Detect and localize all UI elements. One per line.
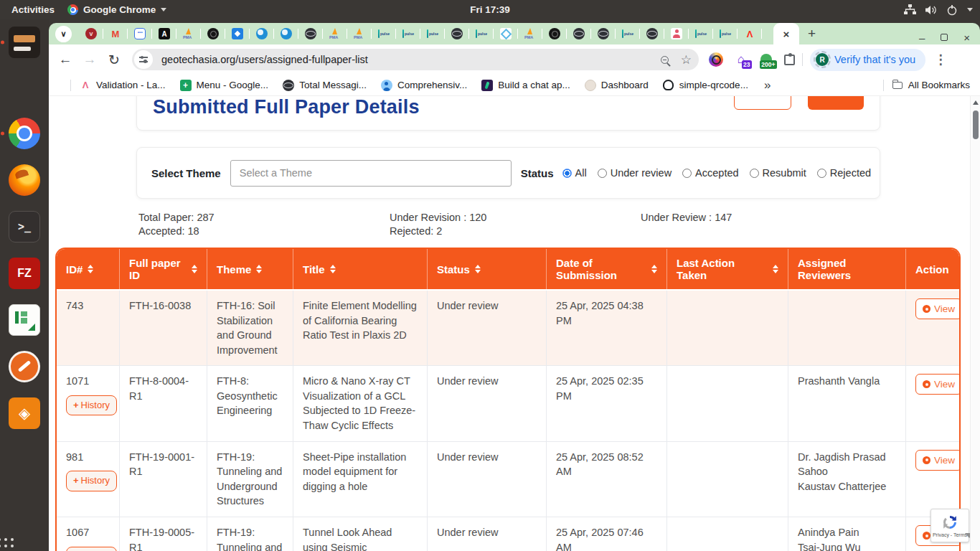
pinned-tab[interactable] bbox=[494, 28, 518, 39]
drawio-app-icon[interactable] bbox=[6, 395, 43, 432]
pinned-tab[interactable] bbox=[518, 28, 542, 39]
pinned-tab[interactable] bbox=[738, 28, 762, 39]
power-icon[interactable] bbox=[946, 4, 958, 16]
bookmark-star-icon[interactable]: ☆ bbox=[681, 52, 692, 67]
volume-icon[interactable] bbox=[925, 5, 937, 15]
sort-icon[interactable] bbox=[475, 265, 481, 274]
scrollbar-thumb[interactable] bbox=[973, 110, 979, 139]
zoom-level-icon[interactable] bbox=[661, 56, 669, 64]
sort-icon[interactable] bbox=[88, 265, 93, 274]
bookmarks-overflow-button[interactable]: » bbox=[764, 78, 771, 93]
radio-icon[interactable] bbox=[682, 169, 692, 178]
network-icon[interactable] bbox=[904, 4, 916, 15]
pinned-tab[interactable] bbox=[445, 28, 469, 39]
forward-button[interactable]: → bbox=[77, 52, 102, 67]
pinned-tab[interactable] bbox=[79, 28, 103, 39]
active-tab[interactable]: × bbox=[773, 23, 799, 44]
bookmark-item[interactable]: Comprehensiv... bbox=[381, 80, 467, 91]
sort-icon[interactable] bbox=[773, 265, 778, 274]
sort-icon[interactable] bbox=[651, 265, 657, 274]
address-bar[interactable]: geotechasia.org/users/assigned-fullpaper… bbox=[132, 49, 699, 70]
media-app-icon[interactable] bbox=[6, 24, 43, 61]
tab-search-chevron-button[interactable]: ∨ bbox=[55, 26, 72, 42]
pinned-tab[interactable] bbox=[103, 28, 128, 39]
filezilla-app-icon[interactable] bbox=[6, 255, 43, 292]
table-header-cell[interactable]: Theme bbox=[207, 249, 293, 289]
bookmark-item[interactable]: Validation - La... bbox=[80, 80, 166, 91]
sort-icon[interactable] bbox=[256, 265, 262, 274]
pinned-tab[interactable] bbox=[713, 28, 738, 39]
status-radio-option[interactable]: Accepted bbox=[682, 167, 738, 179]
table-header-cell[interactable]: Action bbox=[906, 249, 959, 289]
table-header-cell[interactable]: Assigned Reviewers bbox=[788, 249, 906, 289]
radio-icon[interactable] bbox=[562, 169, 572, 178]
bookmark-item[interactable]: Menu - Google... bbox=[180, 80, 269, 91]
pinned-tab[interactable] bbox=[372, 28, 396, 39]
bookmark-item[interactable]: Total Messagi... bbox=[283, 80, 367, 91]
pinned-tab[interactable] bbox=[250, 28, 274, 39]
pinned-tab[interactable] bbox=[664, 28, 689, 39]
pinned-tab[interactable] bbox=[347, 28, 372, 39]
firefox-app-icon[interactable] bbox=[6, 161, 43, 199]
close-tab-icon[interactable]: × bbox=[783, 28, 790, 40]
recaptcha-badge[interactable]: Privacy - Terms bbox=[930, 509, 969, 542]
pinned-tab[interactable] bbox=[298, 28, 323, 39]
pinned-tab[interactable] bbox=[396, 28, 420, 39]
radio-icon[interactable] bbox=[817, 169, 826, 178]
status-radio-option[interactable]: Under review bbox=[598, 167, 672, 179]
radio-icon[interactable] bbox=[598, 169, 607, 178]
recaptcha-terms[interactable]: Privacy - Terms bbox=[933, 532, 967, 537]
bookmark-item[interactable]: Build a chat ap... bbox=[481, 80, 570, 91]
table-header-cell[interactable]: Last Action Taken bbox=[667, 249, 788, 289]
pinned-tab[interactable] bbox=[128, 28, 152, 39]
theme-select[interactable]: Select a Theme bbox=[230, 160, 512, 187]
pinned-tab[interactable] bbox=[176, 28, 201, 39]
view-button[interactable]: View bbox=[915, 450, 961, 471]
pinned-tab[interactable] bbox=[689, 28, 713, 39]
pinned-tab[interactable] bbox=[420, 28, 445, 39]
extensions-puzzle-icon[interactable] bbox=[784, 55, 795, 65]
verify-identity-chip[interactable]: R Verify that it's you bbox=[810, 49, 925, 71]
table-header-cell[interactable]: Title bbox=[293, 249, 428, 289]
site-settings-icon[interactable] bbox=[134, 50, 153, 69]
terminal-app-icon[interactable] bbox=[6, 208, 43, 245]
status-radio-option[interactable]: All bbox=[562, 167, 587, 179]
pinned-tab[interactable] bbox=[567, 28, 591, 39]
browser-menu-icon[interactable]: ⋮ bbox=[934, 52, 947, 67]
sort-icon[interactable] bbox=[330, 265, 336, 274]
bookmark-item[interactable]: simple-qrcode... bbox=[663, 80, 748, 91]
pinned-tab[interactable] bbox=[591, 28, 616, 39]
minimize-button[interactable]: – bbox=[919, 32, 925, 43]
pinned-tab[interactable] bbox=[640, 28, 664, 39]
pinned-tab[interactable] bbox=[323, 28, 347, 39]
chevron-down-icon[interactable] bbox=[967, 8, 973, 11]
pinned-tab[interactable] bbox=[152, 28, 176, 39]
sort-icon[interactable] bbox=[192, 265, 197, 274]
new-tab-button[interactable]: + bbox=[808, 26, 816, 42]
restore-button[interactable] bbox=[941, 34, 948, 41]
show-applications-button[interactable] bbox=[0, 527, 24, 551]
status-radio-option[interactable]: Resubmit bbox=[750, 167, 806, 179]
outline-button-clipped[interactable] bbox=[734, 96, 791, 110]
pinned-tab[interactable] bbox=[225, 28, 250, 39]
radio-icon[interactable] bbox=[750, 169, 759, 178]
pinned-tab[interactable] bbox=[616, 28, 640, 39]
url-text[interactable]: geotechasia.org/users/assigned-fullpaper… bbox=[161, 54, 368, 65]
chrome-app-icon[interactable] bbox=[6, 115, 43, 152]
back-button[interactable]: ← bbox=[53, 52, 77, 67]
page-scrollbar[interactable] bbox=[970, 96, 980, 551]
table-header-cell[interactable]: ID# bbox=[57, 249, 120, 289]
bookmark-item[interactable]: Dashboard bbox=[585, 80, 649, 91]
primary-button-clipped[interactable] bbox=[808, 96, 864, 110]
extension-purple-icon[interactable]: 23 bbox=[734, 52, 748, 67]
view-button[interactable]: View bbox=[915, 298, 961, 319]
reload-button[interactable]: ↻ bbox=[102, 52, 126, 68]
close-window-button[interactable]: × bbox=[963, 32, 970, 43]
table-header-cell[interactable]: Status bbox=[428, 249, 547, 289]
history-button[interactable]: History bbox=[66, 471, 117, 491]
extension-colorful-icon[interactable] bbox=[709, 52, 723, 67]
all-bookmarks-button[interactable]: All Bookmarks bbox=[908, 80, 970, 90]
pinned-tab[interactable] bbox=[542, 28, 567, 39]
scrollbar-up-arrow[interactable] bbox=[973, 100, 979, 105]
table-header-cell[interactable]: Full paper ID bbox=[120, 249, 207, 289]
